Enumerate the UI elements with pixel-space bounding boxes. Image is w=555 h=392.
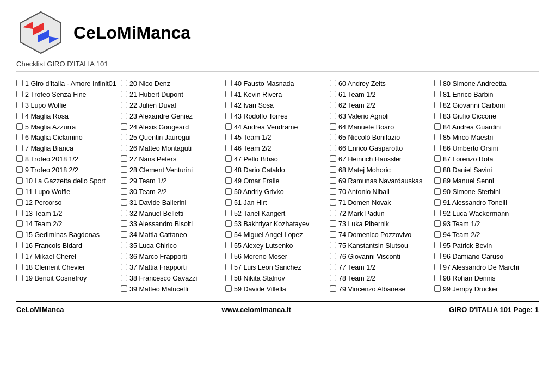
checkbox-icon[interactable] xyxy=(434,155,441,162)
checkbox-icon[interactable] xyxy=(16,199,23,206)
list-item[interactable]: 28 Clement Venturini xyxy=(121,166,221,175)
list-item[interactable]: 92 Luca Wackermann xyxy=(434,209,534,219)
checkbox-icon[interactable] xyxy=(16,264,23,270)
checkbox-icon[interactable] xyxy=(330,166,336,173)
checkbox-icon[interactable] xyxy=(121,220,127,227)
checkbox-icon[interactable] xyxy=(16,177,23,184)
checkbox-icon[interactable] xyxy=(121,166,127,173)
list-item[interactable]: 99 Jempy Drucker xyxy=(434,285,534,294)
list-item[interactable]: 24 Alexis Gougeard xyxy=(121,123,221,132)
list-item[interactable]: 27 Nans Peters xyxy=(121,155,221,164)
checkbox-icon[interactable] xyxy=(225,177,232,184)
list-item[interactable]: 58 Nikita Stalnov xyxy=(225,274,325,283)
list-item[interactable]: 52 Tanel Kangert xyxy=(225,209,325,219)
checkbox-icon[interactable] xyxy=(16,188,23,195)
checkbox-icon[interactable] xyxy=(121,264,127,270)
checkbox-icon[interactable] xyxy=(121,91,127,97)
checkbox-icon[interactable] xyxy=(16,210,23,216)
checkbox-icon[interactable] xyxy=(330,91,336,97)
list-item[interactable]: 76 Giovanni Visconti xyxy=(330,252,430,262)
checkbox-icon[interactable] xyxy=(121,199,127,206)
checkbox-icon[interactable] xyxy=(16,91,23,97)
checkbox-icon[interactable] xyxy=(225,188,232,195)
list-item[interactable]: 57 Luis Leon Sanchez xyxy=(225,263,325,272)
list-item[interactable]: 18 Clement Chevier xyxy=(16,263,116,272)
list-item[interactable]: 93 Team 1/2 xyxy=(434,220,534,229)
list-item[interactable]: 7 Maglia Bianca xyxy=(16,144,116,153)
checkbox-icon[interactable] xyxy=(225,113,232,119)
list-item[interactable]: 97 Alessandro De Marchi xyxy=(434,263,534,272)
list-item[interactable]: 83 Giulio Ciccone xyxy=(434,112,534,121)
list-item[interactable]: 78 Team 2/2 xyxy=(330,274,430,283)
list-item[interactable]: 75 Kanstantsin Siutsou xyxy=(330,241,430,251)
checkbox-icon[interactable] xyxy=(225,264,232,270)
list-item[interactable]: 91 Alessandro Tonelli xyxy=(434,198,534,208)
checkbox-icon[interactable] xyxy=(330,199,336,206)
list-item[interactable]: 85 Mirco Maestri xyxy=(434,133,534,142)
list-item[interactable]: 35 Luca Chirico xyxy=(121,241,221,251)
checkbox-icon[interactable] xyxy=(434,285,441,292)
checkbox-icon[interactable] xyxy=(16,166,23,173)
list-item[interactable]: 22 Julien Duval xyxy=(121,101,221,110)
checkbox-icon[interactable] xyxy=(16,253,23,259)
list-item[interactable]: 3 Lupo Wolfie xyxy=(16,101,116,110)
checkbox-icon[interactable] xyxy=(330,155,336,162)
checkbox-icon[interactable] xyxy=(16,80,23,86)
list-item[interactable]: 12 Percorso xyxy=(16,198,116,208)
checkbox-icon[interactable] xyxy=(121,80,127,86)
checkbox-icon[interactable] xyxy=(225,155,232,162)
checkbox-icon[interactable] xyxy=(434,210,441,216)
checkbox-icon[interactable] xyxy=(121,188,127,195)
checkbox-icon[interactable] xyxy=(330,102,336,108)
list-item[interactable]: 84 Andrea Guardini xyxy=(434,123,534,132)
checkbox-icon[interactable] xyxy=(330,220,336,227)
checkbox-icon[interactable] xyxy=(225,166,232,173)
checkbox-icon[interactable] xyxy=(330,80,336,86)
list-item[interactable]: 59 Davide Villella xyxy=(225,285,325,294)
list-item[interactable]: 34 Mattia Cattaneo xyxy=(121,231,221,240)
list-item[interactable]: 16 Francois Bidard xyxy=(16,241,116,251)
list-item[interactable]: 48 Dario Cataldo xyxy=(225,166,325,175)
list-item[interactable]: 88 Daniel Savini xyxy=(434,166,534,175)
checkbox-icon[interactable] xyxy=(121,102,127,108)
checkbox-icon[interactable] xyxy=(225,145,232,151)
list-item[interactable]: 72 Mark Padun xyxy=(330,209,430,219)
checkbox-icon[interactable] xyxy=(330,242,336,248)
list-item[interactable]: 8 Trofeo 2018 1/2 xyxy=(16,155,116,164)
checkbox-icon[interactable] xyxy=(434,220,441,227)
list-item[interactable]: 51 Jan Hirt xyxy=(225,198,325,208)
checkbox-icon[interactable] xyxy=(434,188,441,195)
list-item[interactable]: 47 Pello Bibao xyxy=(225,155,325,164)
list-item[interactable]: 64 Manuele Boaro xyxy=(330,123,430,132)
checkbox-icon[interactable] xyxy=(434,264,441,270)
checkbox-icon[interactable] xyxy=(225,275,232,281)
checkbox-icon[interactable] xyxy=(121,275,127,281)
checkbox-icon[interactable] xyxy=(225,80,232,86)
list-item[interactable]: 5 Maglia Azzurra xyxy=(16,123,116,132)
list-item[interactable]: 96 Damiano Caruso xyxy=(434,252,534,262)
list-item[interactable]: 2 Trofeo Senza Fine xyxy=(16,90,116,99)
checkbox-icon[interactable] xyxy=(121,145,127,151)
checkbox-icon[interactable] xyxy=(434,145,441,151)
checkbox-icon[interactable] xyxy=(16,102,23,108)
list-item[interactable]: 11 Lupo Wolfie xyxy=(16,188,116,197)
checkbox-icon[interactable] xyxy=(16,220,23,227)
list-item[interactable]: 4 Maglia Rosa xyxy=(16,112,116,121)
checkbox-icon[interactable] xyxy=(225,242,232,248)
checkbox-icon[interactable] xyxy=(225,102,232,108)
checkbox-icon[interactable] xyxy=(434,123,441,130)
list-item[interactable]: 30 Team 2/2 xyxy=(121,188,221,197)
list-item[interactable]: 1 Giro d'Italia - Amore Infinit01 xyxy=(16,79,116,89)
list-item[interactable]: 65 Niccolò Bonifazio xyxy=(330,133,430,142)
list-item[interactable]: 61 Team 1/2 xyxy=(330,90,430,99)
list-item[interactable]: 21 Hubert Dupont xyxy=(121,90,221,99)
checkbox-icon[interactable] xyxy=(330,177,336,184)
list-item[interactable]: 66 Enrico Gasparotto xyxy=(330,144,430,153)
list-item[interactable]: 13 Team 1/2 xyxy=(16,209,116,219)
checkbox-icon[interactable] xyxy=(121,210,127,216)
list-item[interactable]: 25 Quentin Jauregui xyxy=(121,133,221,142)
checkbox-icon[interactable] xyxy=(225,220,232,227)
checkbox-icon[interactable] xyxy=(16,134,23,140)
checkbox-icon[interactable] xyxy=(434,199,441,206)
checkbox-icon[interactable] xyxy=(330,231,336,238)
